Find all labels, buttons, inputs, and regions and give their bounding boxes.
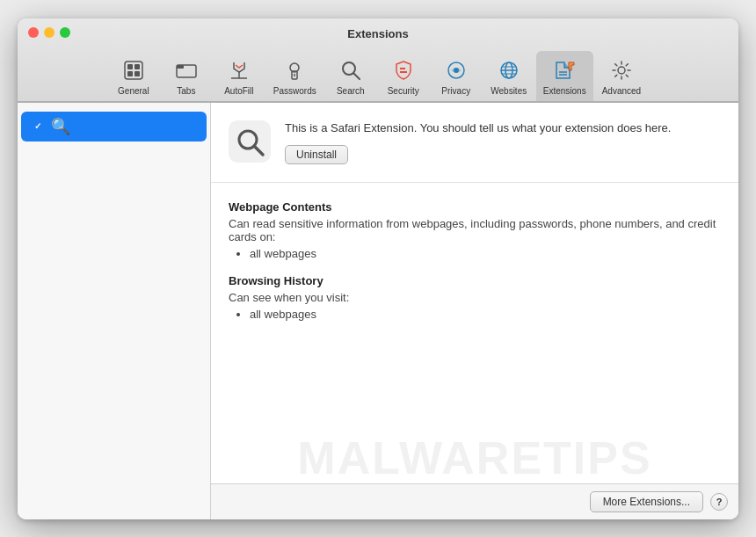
svg-rect-1 <box>127 64 133 69</box>
close-button[interactable] <box>28 27 39 38</box>
bottom-bar: More Extensions... ? <box>211 483 738 519</box>
toolbar-item-websites[interactable]: Websites <box>483 51 534 101</box>
content-area: 🔍 MALWARETIPS This is a Safari Extension… <box>18 102 738 519</box>
window-controls <box>28 27 70 38</box>
toolbar-item-advanced[interactable]: Advanced <box>595 51 648 101</box>
toolbar-item-search[interactable]: Search <box>325 51 376 101</box>
minimize-button[interactable] <box>44 27 55 38</box>
autofill-label: AutoFill <box>224 86 253 96</box>
extension-icon <box>229 120 271 163</box>
permission-title-webpage: Webpage Contents <box>229 200 721 214</box>
toolbar-item-autofill[interactable]: AutoFill <box>214 51 265 101</box>
search-toolbar-icon <box>337 56 365 84</box>
security-icon <box>389 56 418 84</box>
extension-description: This is a Safari Extension. You should t… <box>285 120 721 136</box>
tabs-label: Tabs <box>177 86 195 96</box>
general-label: General <box>118 86 149 96</box>
websites-icon <box>495 56 523 84</box>
svg-rect-0 <box>125 62 142 79</box>
autofill-icon <box>225 56 253 84</box>
sidebar: 🔍 <box>18 103 211 519</box>
advanced-label: Advanced <box>602 86 641 96</box>
toolbar-item-passwords[interactable]: Passwords <box>266 51 323 101</box>
toolbar-item-security[interactable]: Security <box>378 51 429 101</box>
toolbar-item-privacy[interactable]: Privacy <box>431 51 482 101</box>
svg-point-17 <box>454 68 459 73</box>
extension-info: This is a Safari Extension. You should t… <box>211 103 738 183</box>
passwords-label: Passwords <box>273 86 316 96</box>
permission-list-history: all webpages <box>229 308 721 321</box>
main-panel: MALWARETIPS This is a Safari Extension. … <box>211 103 738 519</box>
help-button[interactable]: ? <box>710 493 728 511</box>
window-title: Extensions <box>28 27 728 40</box>
ext-sidebar-icon: 🔍 <box>51 117 70 136</box>
permission-group-webpage: Webpage Contents Can read sensitive info… <box>229 200 721 260</box>
svg-rect-2 <box>134 64 140 69</box>
privacy-label: Privacy <box>441 86 470 96</box>
privacy-icon <box>442 56 470 84</box>
svg-rect-6 <box>177 65 184 69</box>
toolbar-item-general[interactable]: General <box>108 51 159 101</box>
permission-item: all webpages <box>250 247 721 260</box>
extensions-label: Extensions <box>543 86 586 96</box>
uninstall-button[interactable]: Uninstall <box>285 145 348 164</box>
more-extensions-button[interactable]: More Extensions... <box>590 491 703 512</box>
passwords-icon <box>280 56 309 84</box>
sidebar-item-search-ext[interactable]: 🔍 <box>21 112 207 142</box>
search-label: Search <box>337 86 365 96</box>
svg-point-25 <box>618 67 625 74</box>
permission-group-history: Browsing History Can see when you visit:… <box>229 274 721 321</box>
toolbar-item-tabs[interactable]: Tabs <box>161 51 212 101</box>
tabs-icon <box>172 56 200 84</box>
titlebar-top: Extensions <box>18 27 738 47</box>
permissions-section: Webpage Contents Can read sensitive info… <box>211 183 738 483</box>
websites-label: Websites <box>491 86 527 96</box>
security-label: Security <box>388 86 419 96</box>
svg-rect-4 <box>134 71 140 76</box>
permission-item: all webpages <box>250 308 721 321</box>
ext-checkbox[interactable] <box>32 120 44 133</box>
permission-desc-history: Can see when you visit: <box>229 291 721 304</box>
general-icon <box>120 56 148 84</box>
svg-line-13 <box>353 73 360 79</box>
permission-list-webpage: all webpages <box>229 247 721 260</box>
permission-desc-webpage: Can read sensitive information from webp… <box>229 217 721 243</box>
toolbar: General Tabs <box>18 47 738 101</box>
main-window: Extensions General <box>18 18 738 519</box>
toolbar-item-extensions[interactable]: Extensions <box>536 51 593 101</box>
extensions-icon <box>550 56 578 84</box>
advanced-icon <box>607 56 636 84</box>
titlebar: Extensions General <box>18 18 738 102</box>
svg-rect-3 <box>127 71 133 76</box>
extension-details: This is a Safari Extension. You should t… <box>285 120 721 164</box>
maximize-button[interactable] <box>60 27 70 38</box>
permission-title-history: Browsing History <box>229 274 721 287</box>
svg-line-27 <box>254 146 263 155</box>
